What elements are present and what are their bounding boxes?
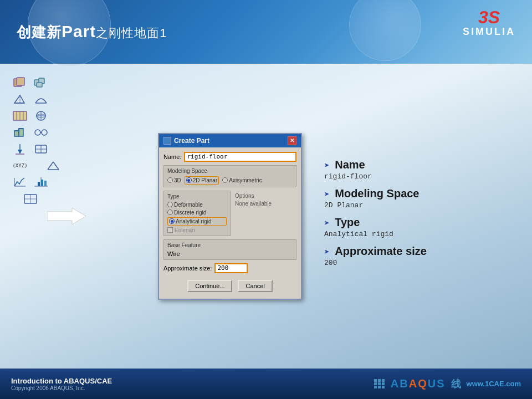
toolbar-row-3 [10,108,51,124]
toolbar-icon-orient[interactable] [31,108,51,124]
header: 创建新Part之刚性地面1 3S SIMULIA [0,0,532,64]
dialog-title-text: Create Part [174,137,209,145]
checkbox-eulerian[interactable]: Eulerian [167,227,227,233]
radio-discrete-rigid[interactable]: Discrete rigid [167,209,227,216]
radio-axisymmetric-circle [222,177,228,183]
type-section: Type Deformable Discrete rigid [163,191,231,236]
checkbox-eulerian-box [167,227,173,233]
toolbar-icon-part[interactable] [10,75,30,90]
radio-3d-label: 3D [174,177,181,183]
info-modeling-space-heading: Modeling Space [335,187,419,200]
info-name-value: rigid-floor [324,172,441,181]
svg-rect-38 [44,181,47,186]
toolbar: (XYZ) [17,69,44,363]
toolbar-icon-section[interactable] [10,108,30,124]
dialog-titlebar: Create Part ✕ [159,134,301,147]
toolbar-row-8 [21,191,40,207]
radio-2d-planar-dot [187,179,190,182]
info-approx-size-heading: Approximate size [335,245,427,257]
logo-ab: AB [391,377,409,390]
logo-us: US [428,377,446,390]
cancel-button[interactable]: Cancel [238,280,272,292]
toolbar-icon-interaction[interactable] [31,125,51,140]
radio-2d-planar-label: 2D Planar [193,177,217,183]
info-type-heading: Type [335,216,360,228]
main-content: (XYZ) [0,64,532,369]
radio-3d-circle [167,177,173,183]
toolbar-icon-material[interactable] [31,91,51,107]
toolbar-icon-visualization[interactable] [31,175,51,190]
abaqus-grid-icon [374,379,385,388]
toolbar-icon-job[interactable] [10,175,30,190]
title-part: Part [62,22,96,40]
toolbar-row-2 [10,91,51,107]
name-input[interactable] [184,152,296,162]
footer-copyright: Copyright 2006 ABAQUS, Inc. [11,385,112,391]
radio-analytical-rigid[interactable]: Analytical rigid [167,217,227,226]
type-options-row: Type Deformable Discrete rigid [163,191,296,239]
options-label: Options [235,193,294,199]
svg-point-20 [42,130,47,135]
svg-rect-17 [14,131,19,136]
svg-rect-37 [41,180,43,186]
base-feature-section: Base Feature Wire [163,239,296,260]
create-part-dialog: Create Part ✕ Name: Modeling Space 3D [158,133,302,300]
radio-axisymmetric-label: Axisymmetric [229,177,262,183]
approx-size-input[interactable] [214,263,248,273]
modeling-space-options: 3D 2D Planar Axisymmetric [167,176,293,185]
radio-2d-planar[interactable]: 2D Planar [185,176,219,185]
continue-button[interactable]: Continue... [187,280,232,292]
options-value: None available [235,201,294,207]
arrow-container [44,205,89,227]
radio-discrete-rigid-label: Discrete rigid [174,209,206,216]
footer-url: www.1CAE.com [467,380,521,388]
radio-analytical-rigid-dot [171,220,173,223]
base-feature-value: Wire [167,250,293,257]
toolbar-icon-load[interactable] [10,141,30,157]
ds-logo: 3S [478,7,500,27]
type-label: Type [167,193,227,200]
dialog-title-left: Create Part [163,137,209,145]
toolbar-icon-step[interactable] [10,125,30,140]
toolbar-icon-assembly[interactable] [31,75,51,90]
checkbox-eulerian-label: Eulerian [175,227,195,233]
name-row: Name: [163,152,296,162]
abaqus-logo: ABAQUS [391,377,446,390]
toolbar-icon-sketch[interactable] [10,91,30,107]
radio-discrete-rigid-circle [167,209,173,215]
dialog-area: Create Part ✕ Name: Modeling Space 3D [89,133,521,300]
approx-size-label: Approximate size: [163,265,212,272]
dialog-buttons: Continue... Cancel [163,277,296,294]
info-type-value: Analytical rigid [324,230,441,238]
info-type-item: ➤ Type Analytical rigid [324,216,441,238]
logo-aq: AQ [409,377,428,390]
info-arrow-name: ➤ [324,161,330,171]
title-prefix: 创建新 [17,24,62,40]
radio-deformable[interactable]: Deformable [167,202,227,208]
svg-rect-4 [37,83,42,87]
radio-3d[interactable]: 3D [167,177,181,183]
info-modeling-space-value: 2D Planar [324,201,441,209]
svg-point-19 [35,130,40,135]
modeling-space-section: Modeling Space 3D 2D Planar [163,165,296,187]
options-section: Options None available [233,191,296,239]
toolbar-xyz-label: (XYZ) [0,158,42,173]
toolbar-row-5 [10,141,51,157]
name-label: Name: [163,154,181,160]
toolbar-row-1 [10,75,51,90]
info-arrow-type: ➤ [324,219,330,229]
toolbar-icon-sketch-module[interactable] [21,191,40,207]
title-suffix: 之刚性地面1 [96,26,167,40]
dialog-window-icon [163,137,171,145]
dialog-close-button[interactable]: ✕ [288,136,296,145]
approx-size-row: Approximate size: [163,263,296,273]
toolbar-row-4 [10,125,51,140]
page-title: 创建新Part之刚性地面1 [17,22,515,42]
footer-line-separator: 线 [451,377,461,391]
toolbar-icon-mesh[interactable] [43,158,63,173]
radio-analytical-rigid-label: Analytical rigid [176,218,211,224]
radio-axisymmetric[interactable]: Axisymmetric [222,177,262,183]
toolbar-icon-bc[interactable] [31,141,51,157]
toolbar-row-6: (XYZ) [0,158,63,173]
info-arrow-modeling-space: ➤ [324,190,330,200]
